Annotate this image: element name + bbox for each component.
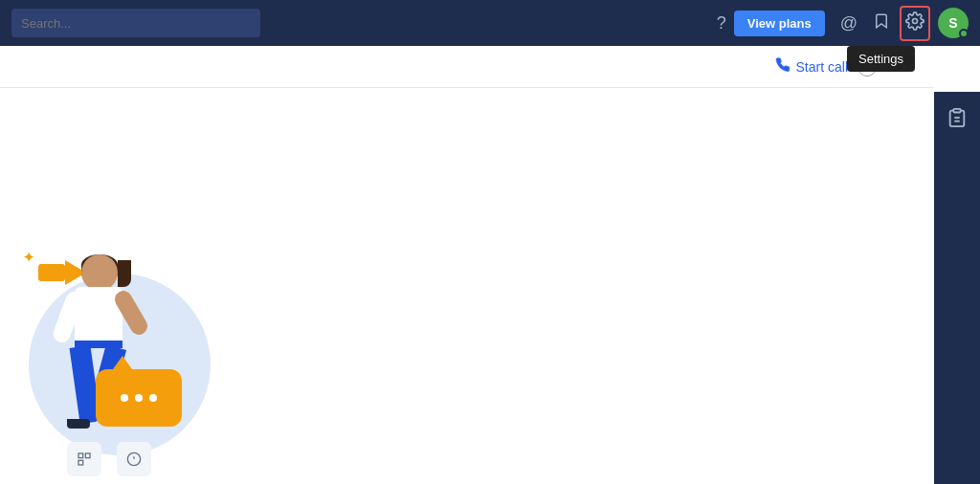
bookmark-button[interactable] [867,7,896,40]
svg-rect-3 [78,460,83,465]
svg-point-0 [913,18,918,23]
start-call-button[interactable]: Start call [775,57,848,76]
avatar-online-badge [959,29,969,38]
svg-rect-7 [953,109,960,113]
phone-icon [775,57,791,76]
megaphone-icon: ✦ [38,264,65,281]
search-input[interactable] [11,9,260,37]
bottom-icon-2[interactable] [117,442,151,476]
clipboard-icon [947,111,968,132]
speech-bubble [96,369,182,427]
person-head [81,254,118,291]
view-plans-button[interactable]: View plans [734,11,825,36]
svg-rect-1 [78,453,83,458]
subheader: Start call i [0,46,934,88]
main-content: Start call i ✦ [0,46,934,484]
sidebar-clipboard-button[interactable] [939,99,975,141]
mention-icon: @ [840,13,858,33]
gear-icon [905,11,924,35]
mention-button[interactable]: @ [835,8,863,39]
settings-button[interactable] [900,6,930,41]
help-button[interactable]: ? [711,8,732,39]
help-icon: ? [717,13,726,33]
avatar[interactable]: S [938,8,969,38]
settings-tooltip: Settings [847,46,915,72]
bottom-icons-row [67,434,151,484]
bottom-icon-1[interactable] [67,442,101,476]
right-sidebar [934,92,980,484]
person-illustration: ✦ [48,254,163,465]
bookmark-icon [873,12,890,34]
svg-rect-2 [85,453,90,458]
navbar: ? View plans @ S Settings [0,0,980,46]
